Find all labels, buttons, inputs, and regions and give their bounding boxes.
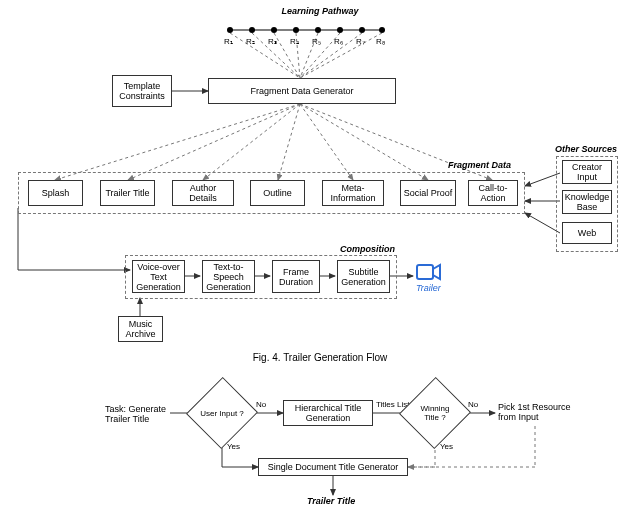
tts-box: Text-to- Speech Generation xyxy=(202,260,255,293)
pathway-dot xyxy=(227,27,233,33)
winning-title-decision: Winning Title ? xyxy=(410,388,460,438)
pathway-dot xyxy=(337,27,343,33)
edge-yes2-label: Yes xyxy=(440,442,453,451)
voiceover-box: Voice-over Text Generation xyxy=(132,260,185,293)
cta-box: Call-to- Action xyxy=(468,180,518,206)
learning-pathway-label: Learning Pathway xyxy=(260,6,380,16)
user-input-decision: User Input ? xyxy=(197,388,247,438)
web-box: Web xyxy=(562,222,612,244)
template-constraints-box: Template Constraints xyxy=(112,75,172,107)
other-sources-label: Other Sources xyxy=(555,144,617,154)
svg-line-12 xyxy=(203,104,300,180)
frame-duration-box: Frame Duration xyxy=(272,260,320,293)
outline-box: Outline xyxy=(250,180,305,206)
subtitle-box: Subtitle Generation xyxy=(337,260,390,293)
pathway-dot xyxy=(315,27,321,33)
pathway-dot xyxy=(379,27,385,33)
pathway-dot xyxy=(271,27,277,33)
composition-label: Composition xyxy=(340,244,395,254)
pathway-dot xyxy=(249,27,255,33)
hierarchical-title-box: Hierarchical Title Generation xyxy=(283,400,373,426)
svg-rect-38 xyxy=(417,265,433,279)
creator-input-box: Creator Input xyxy=(562,160,612,184)
edge-no2-label: No xyxy=(468,400,478,409)
fragment-data-generator-box: Fragment Data Generator xyxy=(208,78,396,104)
pick-first-resource-text: Pick 1st Resource from Input xyxy=(498,402,578,422)
svg-line-17 xyxy=(525,173,560,186)
fragment-data-label: Fragment Data xyxy=(448,160,511,170)
knowledge-base-box: Knowledge Base xyxy=(562,190,612,214)
r-label: R₈ xyxy=(376,37,385,46)
trailer-title-box: Trailer Title xyxy=(100,180,155,206)
task-label: Task: Generate Trailer Title xyxy=(105,404,171,424)
r-label: R₃ xyxy=(268,37,277,46)
single-doc-title-box: Single Document Title Generator xyxy=(258,458,408,476)
trailer-title-output: Trailer Title xyxy=(307,496,355,506)
trailer-output-label: Trailer xyxy=(416,283,441,293)
pathway-dot xyxy=(293,27,299,33)
r-label: R₅ xyxy=(312,37,321,46)
svg-line-14 xyxy=(300,104,353,180)
svg-line-11 xyxy=(128,104,300,180)
r-label: R₇ xyxy=(356,37,365,46)
r-label: R₄ xyxy=(290,37,299,46)
splash-box: Splash xyxy=(28,180,83,206)
r-label: R₂ xyxy=(246,37,255,46)
r-label: R₆ xyxy=(334,37,343,46)
svg-line-13 xyxy=(278,104,300,180)
edge-yes-label: Yes xyxy=(227,442,240,451)
social-proof-box: Social Proof xyxy=(400,180,456,206)
music-archive-box: Music Archive xyxy=(118,316,163,342)
meta-info-box: Meta- Information xyxy=(322,180,384,206)
edge-no-label: No xyxy=(256,400,266,409)
author-details-box: Author Details xyxy=(172,180,234,206)
r-label: R₁ xyxy=(224,37,233,46)
svg-line-15 xyxy=(300,104,428,180)
figure-caption: Fig. 4. Trailer Generation Flow xyxy=(0,352,640,363)
pathway-dot xyxy=(359,27,365,33)
svg-line-19 xyxy=(525,213,560,233)
svg-line-10 xyxy=(55,104,300,180)
svg-line-7 xyxy=(300,33,362,78)
camera-icon xyxy=(416,262,442,284)
